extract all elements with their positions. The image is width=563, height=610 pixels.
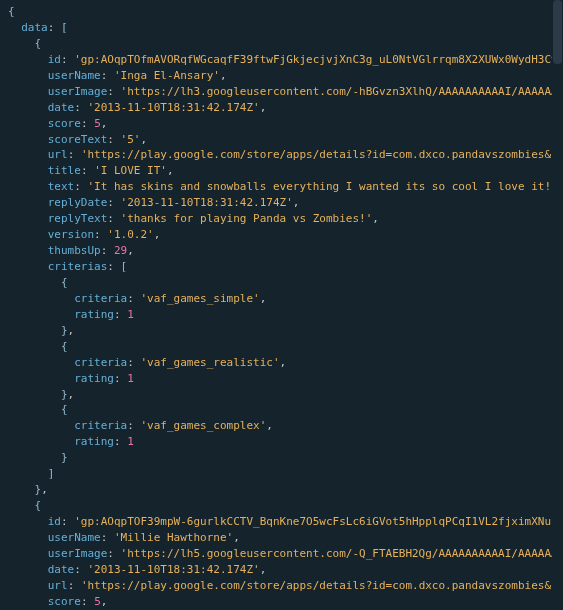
code-token: {: [61, 276, 68, 289]
code-token: :: [81, 117, 94, 130]
code-token: ,: [41, 483, 48, 496]
code-token: :: [107, 133, 120, 146]
code-token: url: [48, 579, 68, 592]
code-token: 'https://lh3.googleusercontent.com/-hBGv…: [121, 85, 563, 98]
code-line: criteria: 'vaf_games_complex',: [8, 418, 555, 434]
code-line: date: '2013-11-10T18:31:42.174Z',: [8, 100, 555, 116]
code-line: date: '2013-11-10T18:31:42.174Z',: [8, 562, 555, 578]
code-line: rating: 1: [8, 434, 555, 450]
code-token: replyText: [48, 212, 108, 225]
code-line: rating: 1: [8, 371, 555, 387]
code-token: ,: [68, 388, 75, 401]
code-token: ,: [280, 356, 287, 369]
code-token: 'It has skins and snowballs everything I…: [88, 180, 564, 193]
code-token: ,: [266, 419, 273, 432]
code-token: :: [127, 419, 140, 432]
code-token: '1.0.2': [107, 228, 153, 241]
code-token: 1: [127, 435, 134, 448]
code-token: scoreText: [48, 133, 108, 146]
code-token: rating: [74, 372, 114, 385]
code-token: ,: [260, 101, 267, 114]
code-line: url: 'https://play.google.com/store/apps…: [8, 147, 555, 163]
code-token: :: [107, 260, 120, 273]
code-token: 'vaf_games_complex': [140, 419, 266, 432]
code-line: {: [8, 402, 555, 418]
code-token: 'https://play.google.com/store/apps/deta…: [81, 579, 563, 592]
code-token: ,: [127, 244, 134, 257]
code-token: :: [107, 85, 120, 98]
code-token: 'gp:AOqpTOfmAVORqfWGcaqfF39ftwFjGkjecjvj…: [74, 53, 563, 66]
code-token: 1: [127, 372, 134, 385]
code-token: {: [8, 5, 15, 18]
code-token: :: [48, 21, 61, 34]
code-line: {: [8, 275, 555, 291]
code-line: }: [8, 450, 555, 466]
code-token: ,: [68, 324, 75, 337]
code-line: score: 5,: [8, 594, 555, 610]
code-token: ,: [260, 292, 267, 305]
code-token: data: [21, 21, 48, 34]
code-token: 5: [94, 595, 101, 608]
code-token: 'https://lh5.googleusercontent.com/-Q_FT…: [121, 547, 563, 560]
code-token: 1: [127, 308, 134, 321]
scrollbar-thumb[interactable]: [553, 0, 562, 64]
code-line: thumbsUp: 29,: [8, 243, 555, 259]
code-token: ,: [167, 164, 174, 177]
code-token: score: [48, 117, 81, 130]
code-token: }: [61, 451, 68, 464]
code-token: id: [48, 515, 61, 528]
code-token: :: [61, 515, 74, 528]
code-token: {: [35, 499, 42, 512]
code-token: :: [74, 101, 87, 114]
code-token: 29: [114, 244, 127, 257]
code-line: },: [8, 387, 555, 403]
code-token: 'gp:AOqpTOF39mpW-6gurlkCCTV_BqnKne7O5wcF…: [74, 515, 563, 528]
code-token: id: [48, 53, 61, 66]
code-token: score: [48, 595, 81, 608]
code-token: {: [61, 403, 68, 416]
code-token: :: [114, 308, 127, 321]
code-line: criterias: [: [8, 259, 555, 275]
code-token: '2013-11-10T18:31:42.174Z': [88, 101, 260, 114]
code-token: date: [48, 563, 75, 576]
code-token: [: [121, 260, 128, 273]
code-line: replyDate: '2013-11-10T18:31:42.174Z',: [8, 195, 555, 211]
code-token: {: [61, 340, 68, 353]
code-token: userName: [48, 69, 101, 82]
code-token: thumbsUp: [48, 244, 101, 257]
code-token: userImage: [48, 85, 108, 98]
code-token: :: [61, 53, 74, 66]
code-line: userName: 'Millie Hawthorne',: [8, 530, 555, 546]
code-token: :: [101, 69, 114, 82]
code-line: scoreText: '5',: [8, 132, 555, 148]
code-token: version: [48, 228, 94, 241]
code-line: id: 'gp:AOqpTOF39mpW-6gurlkCCTV_BqnKne7O…: [8, 514, 555, 530]
code-token: :: [81, 595, 94, 608]
code-viewport[interactable]: { data: [ { id: 'gp:AOqpTOfmAVORqfWGcaqf…: [0, 0, 563, 610]
code-token: userImage: [48, 547, 108, 560]
code-line: version: '1.0.2',: [8, 227, 555, 243]
code-token: }: [61, 388, 68, 401]
code-token: :: [127, 292, 140, 305]
code-token: url: [48, 148, 68, 161]
code-line: {: [8, 498, 555, 514]
code-token: criterias: [48, 260, 108, 273]
code-token: :: [107, 196, 120, 209]
code-token: ,: [293, 196, 300, 209]
code-token: [: [61, 21, 68, 34]
code-token: userName: [48, 531, 101, 544]
code-line: criteria: 'vaf_games_realistic',: [8, 355, 555, 371]
code-token: 'https://play.google.com/store/apps/deta…: [81, 148, 563, 161]
code-token: ,: [233, 531, 240, 544]
code-block: { data: [ { id: 'gp:AOqpTOfmAVORqfWGcaqf…: [0, 0, 563, 610]
scrollbar-track[interactable]: [552, 0, 563, 610]
code-token: :: [81, 164, 94, 177]
code-token: '2013-11-10T18:31:42.174Z': [88, 563, 260, 576]
code-token: '5': [121, 133, 141, 146]
code-line: text: 'It has skins and snowballs everyt…: [8, 179, 555, 195]
code-token: ,: [101, 595, 108, 608]
code-line: score: 5,: [8, 116, 555, 132]
code-token: :: [107, 212, 120, 225]
code-token: text: [48, 180, 75, 193]
code-token: :: [114, 435, 127, 448]
